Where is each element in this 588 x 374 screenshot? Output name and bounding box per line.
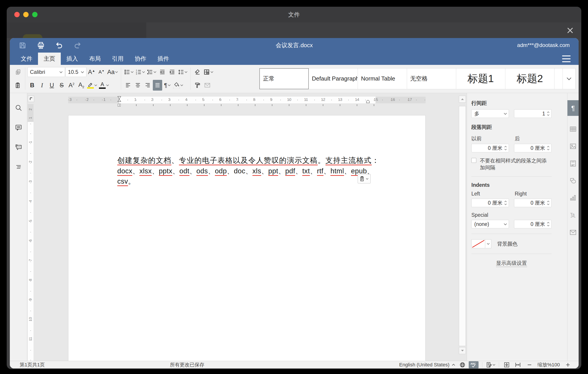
decrease-indent-button[interactable] — [158, 67, 167, 77]
nonprinting-chars-button[interactable]: ¶ — [163, 80, 172, 91]
document-text[interactable]: 创建复杂的文档、专业的电子表格以及令人赞叹的演示文稿。支持主流格式： docx、… — [117, 155, 388, 187]
menu-button[interactable] — [562, 55, 571, 62]
mailmerge-settings-tab[interactable] — [569, 228, 577, 236]
numbered-list-button[interactable]: 123 — [135, 67, 146, 77]
styles-expand-button[interactable] — [563, 68, 576, 89]
table-settings-tab[interactable] — [569, 125, 577, 133]
style-item-2[interactable]: Normal Table — [358, 68, 407, 89]
bullet-list-button[interactable] — [123, 67, 134, 77]
line-spacing-select[interactable]: 多 — [471, 109, 509, 118]
bold-button[interactable]: B — [28, 80, 37, 91]
right-indent-marker[interactable] — [366, 100, 370, 103]
close-editor-button[interactable] — [565, 25, 575, 35]
clear-style-button[interactable] — [193, 67, 202, 77]
underline-button[interactable]: U — [47, 80, 56, 91]
special-indent-spinner[interactable]: 0 厘米 — [514, 220, 552, 228]
font-name-select[interactable]: Calibri — [28, 67, 65, 77]
advanced-settings-link[interactable]: 显示高级设置 — [496, 260, 527, 267]
chevron-up-icon[interactable] — [452, 364, 455, 366]
font-color-button[interactable]: A — [98, 80, 110, 91]
table-borders-button[interactable] — [203, 67, 214, 77]
style-item-3[interactable]: 无空格 — [407, 68, 456, 89]
indent-left-spinner[interactable]: 0 厘米 — [471, 199, 509, 207]
ribbon-tab-2[interactable]: 插入 — [61, 53, 84, 65]
ribbon-tab-5[interactable]: 协作 — [129, 53, 152, 65]
navigation-button[interactable] — [14, 162, 23, 172]
ribbon-tab-4[interactable]: 引用 — [106, 53, 129, 65]
ribbon-tab-0[interactable]: 文件 — [15, 53, 38, 65]
multilevel-list-button[interactable] — [146, 67, 157, 77]
spellcheck-button[interactable]: ABC — [469, 361, 479, 368]
increase-font-button[interactable]: A▲ — [87, 67, 96, 77]
paragraph-settings-tab[interactable]: ¶ — [567, 100, 579, 116]
background-color-picker[interactable] — [471, 239, 491, 248]
ruler-number: 11 — [304, 98, 308, 102]
style-item-1[interactable]: Default Paragraph — [308, 68, 358, 89]
same-style-checkbox-row[interactable]: 不要在相同样式的段落之间添加间隔 — [471, 157, 552, 171]
document-area[interactable]: 321 1234567891011121314 151617 21 123456… — [27, 93, 467, 361]
align-center-button[interactable] — [133, 80, 143, 91]
fit-page-button[interactable] — [503, 361, 511, 368]
ruler-number: 1 — [104, 98, 105, 102]
align-justify-button[interactable] — [153, 80, 162, 91]
style-item-partial[interactable] — [554, 68, 563, 89]
increase-indent-button[interactable] — [167, 67, 177, 77]
color-dropdown[interactable] — [485, 239, 491, 248]
font-size-select[interactable]: 10.5 — [65, 67, 86, 77]
ribbon-tab-6[interactable]: 插件 — [152, 53, 175, 65]
scrollbar-thumb[interactable] — [459, 106, 466, 346]
indent-right-spinner[interactable]: 0 厘米 — [514, 199, 552, 207]
tab-selector[interactable] — [28, 96, 34, 102]
subscript-button[interactable]: A2 — [77, 80, 86, 91]
change-case-button[interactable]: Aa — [106, 67, 119, 77]
special-indent-select[interactable]: (none) — [471, 220, 509, 228]
line-spacing-spinner[interactable]: 1 — [514, 109, 552, 118]
highlight-color-button[interactable] — [86, 80, 98, 91]
zoom-in-button[interactable] — [564, 361, 572, 368]
paste-button[interactable] — [13, 80, 23, 91]
scroll-down-button[interactable] — [459, 347, 466, 354]
shape-settings-tab[interactable] — [569, 177, 577, 185]
set-language-button[interactable] — [458, 361, 466, 368]
chart-settings-tab[interactable] — [569, 194, 577, 202]
align-right-button[interactable] — [143, 80, 152, 91]
ribbon-tab-1[interactable]: 主页 — [38, 53, 61, 65]
track-changes-button[interactable] — [486, 361, 495, 368]
search-button[interactable] — [14, 103, 23, 113]
textart-settings-tab[interactable]: Ta — [569, 211, 577, 219]
same-style-checkbox[interactable] — [471, 158, 476, 163]
spacing-before-spinner[interactable]: 0 厘米 — [471, 144, 509, 152]
left-indent-marker[interactable] — [117, 96, 121, 103]
headerfooter-settings-tab[interactable] — [569, 159, 577, 167]
align-left-button[interactable] — [123, 80, 133, 91]
scroll-up-button[interactable] — [459, 96, 466, 103]
italic-button[interactable]: I — [37, 80, 47, 91]
image-settings-tab[interactable] — [569, 142, 577, 150]
style-item-5[interactable]: 标题2 — [505, 68, 555, 89]
line-spacing-button[interactable] — [177, 67, 188, 77]
vertical-ruler[interactable]: 21 1234567891011 — [28, 104, 33, 361]
fit-width-button[interactable] — [514, 361, 522, 368]
zoom-out-button[interactable] — [525, 361, 534, 368]
strikethrough-icon: S — [60, 82, 64, 89]
spacing-after-spinner[interactable]: 0 厘米 — [514, 144, 552, 152]
style-item-0[interactable]: 正常 — [259, 68, 309, 89]
strikethrough-button[interactable]: S — [57, 80, 66, 91]
spellcheck-flagged-text: txt — [302, 167, 310, 176]
decrease-font-button[interactable]: A▼ — [97, 67, 106, 77]
paragraph-shading-button[interactable] — [172, 80, 184, 91]
page-indicator[interactable]: 第1页共1页 — [20, 362, 45, 368]
vertical-scrollbar[interactable] — [458, 96, 467, 361]
superscript-button[interactable]: A2 — [67, 80, 76, 91]
page[interactable]: 创建复杂的文档、专业的电子表格以及令人赞叹的演示文稿。支持主流格式： docx、… — [68, 115, 426, 361]
horizontal-ruler[interactable]: 321 1234567891011121314 151617 — [68, 97, 426, 103]
format-painter-button[interactable] — [193, 80, 202, 91]
style-item-4[interactable]: 标题1 — [456, 68, 505, 89]
chat-button[interactable] — [14, 142, 23, 152]
mail-merge-button[interactable] — [203, 80, 212, 91]
language-selector[interactable]: English (United States) — [399, 362, 450, 368]
paste-options-button[interactable] — [358, 174, 371, 183]
comments-button[interactable] — [14, 122, 23, 132]
copy-button[interactable] — [13, 67, 23, 77]
ribbon-tab-3[interactable]: 布局 — [84, 53, 106, 65]
